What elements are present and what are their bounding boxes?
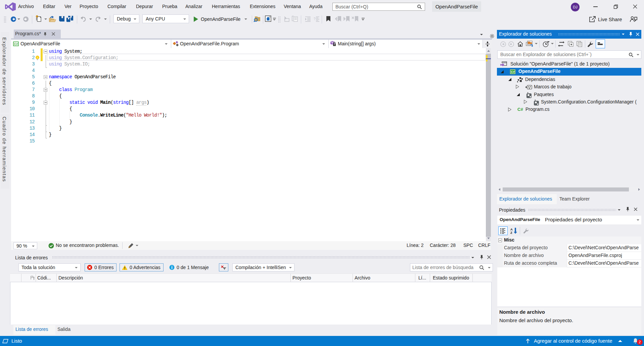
svg-text:C#: C# [14, 42, 18, 46]
svg-text:?: ? [314, 17, 316, 21]
svg-text:C#: C# [511, 70, 515, 74]
svg-text:Z: Z [510, 231, 512, 234]
svg-text:C#: C# [517, 107, 523, 112]
